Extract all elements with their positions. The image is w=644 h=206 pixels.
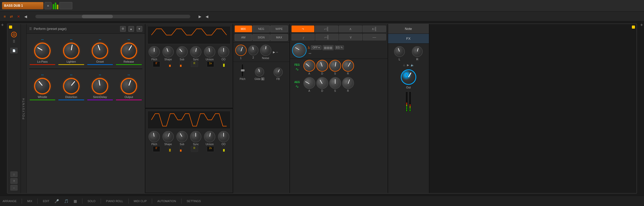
- osc2-r-val[interactable]: R: [191, 146, 198, 152]
- osc2-sync-knob[interactable]: [190, 131, 201, 142]
- filter-btn-3[interactable]: ∧: [339, 26, 362, 32]
- filter-btn-5[interactable]: ╭: [292, 34, 315, 40]
- grid-icon[interactable]: ⠿: [13, 39, 15, 44]
- add-track-right[interactable]: +: [639, 21, 644, 196]
- aeg-r-knob[interactable]: [342, 77, 354, 89]
- nav-left-btn[interactable]: ≡: [3, 14, 7, 19]
- fb-knob[interactable]: [273, 68, 283, 77]
- aeg-a-knob[interactable]: [303, 77, 315, 89]
- osc1-sub-knob[interactable]: [176, 46, 188, 57]
- lopass-knob[interactable]: [34, 43, 51, 59]
- osc2-shape-knob[interactable]: [162, 131, 174, 142]
- power-button[interactable]: ⏻: [11, 32, 17, 37]
- l-knob[interactable]: [394, 46, 405, 57]
- mixer-arrow-btn[interactable]: ▶ ↔: [273, 51, 279, 54]
- distortion-knob[interactable]: [63, 78, 80, 94]
- menu-btn[interactable]: ≡: [44, 2, 52, 9]
- out-knob[interactable]: [401, 69, 416, 85]
- osc2-bar3[interactable]: [223, 146, 225, 152]
- aeg-s-knob[interactable]: [329, 77, 341, 89]
- release-knob[interactable]: [121, 43, 137, 59]
- noise-knob[interactable]: [260, 45, 271, 56]
- osc1-bar2[interactable]: [180, 61, 182, 67]
- filter-btn-1[interactable]: ¬: [292, 26, 315, 32]
- osc1-bar3[interactable]: [223, 61, 225, 67]
- side-btn-3[interactable]: ↔: [10, 185, 18, 191]
- side-btn-2[interactable]: ⠿: [10, 178, 18, 184]
- osc1-pitch-knob[interactable]: [148, 46, 160, 57]
- mix-btn-max[interactable]: MAX: [270, 34, 288, 41]
- feg-s-knob[interactable]: [329, 60, 341, 72]
- aeg-d-knob[interactable]: [316, 77, 328, 89]
- osc2-pitch-knob[interactable]: [148, 131, 160, 142]
- play-right-btn[interactable]: ▶: [198, 14, 202, 19]
- feg-r-knob[interactable]: [342, 60, 354, 72]
- filter-btn-2[interactable]: ⌐╢: [315, 26, 338, 32]
- osc1-link-knob[interactable]: [218, 46, 229, 57]
- scroll-bar[interactable]: [35, 15, 190, 18]
- play-left-btn[interactable]: ◀: [23, 14, 28, 19]
- filter-btn-4[interactable]: ∧╢: [363, 26, 386, 32]
- perform-settings-btn[interactable]: ⚙: [120, 26, 126, 32]
- osc1-r-val[interactable]: R: [191, 61, 198, 67]
- bottom-grid-icon[interactable]: ▦: [74, 199, 77, 203]
- feg-a-knob[interactable]: [303, 60, 315, 72]
- sirendelay-knob[interactable]: [92, 78, 108, 94]
- mix-btn-am[interactable]: AM: [235, 34, 252, 41]
- lighten-knob[interactable]: [63, 43, 80, 59]
- perform-up-btn[interactable]: ▲: [128, 26, 134, 32]
- page-icon[interactable]: 📄: [10, 48, 18, 53]
- pin-icon[interactable]: ⊥: [403, 63, 405, 67]
- fx-btn[interactable]: FX: [388, 34, 429, 44]
- osc1-bar1[interactable]: [169, 61, 171, 67]
- bottom-settings[interactable]: SETTINGS: [187, 200, 201, 203]
- ch1-knob[interactable]: [235, 45, 247, 56]
- osc2-link-knob[interactable]: [218, 131, 229, 142]
- feg-d-knob[interactable]: [316, 60, 328, 72]
- whistle-knob[interactable]: [34, 78, 51, 94]
- osc1-sync-knob[interactable]: [190, 46, 201, 57]
- bottom-edit[interactable]: EDIT: [43, 200, 49, 203]
- osc2-bar1[interactable]: [169, 146, 171, 152]
- onset-knob[interactable]: [92, 43, 108, 59]
- filter-btn-6[interactable]: ⌐╢: [315, 34, 339, 40]
- glide-knob[interactable]: [255, 67, 264, 77]
- bottom-note-icon[interactable]: 🎵: [64, 199, 68, 203]
- output-perf-knob[interactable]: [121, 78, 137, 94]
- filter-btn-8[interactable]: —: [363, 34, 386, 40]
- mix-btn-mix[interactable]: MIX: [235, 26, 252, 32]
- osc2-bar2[interactable]: [180, 146, 182, 152]
- nav-shuffle-btn[interactable]: ⇄: [9, 14, 14, 19]
- osc1-shape-knob[interactable]: [162, 46, 174, 57]
- note-btn[interactable]: Note: [388, 24, 429, 34]
- wave-lambda-icon[interactable]: λ: [308, 46, 310, 50]
- bottom-automation[interactable]: AUTOMATION: [157, 200, 176, 203]
- filter-eg-btn[interactable]: EG ✎: [335, 45, 344, 50]
- mix-btn-sign[interactable]: SIGN: [253, 34, 270, 41]
- ch2-knob[interactable]: [248, 45, 258, 55]
- filter-off-btn[interactable]: OFF ▾: [311, 45, 322, 50]
- bottom-midiclip[interactable]: MIDI CLIP: [134, 200, 147, 203]
- osc1-unison-knob[interactable]: [204, 46, 215, 57]
- bottom-solo[interactable]: SOLO: [88, 200, 96, 203]
- bottom-mic-icon[interactable]: 🎤: [54, 199, 59, 203]
- mix-btn-neg[interactable]: NEG: [253, 26, 270, 32]
- osc2-octave-val[interactable]: 8': [153, 146, 160, 152]
- side-btn-1[interactable]: □: [10, 171, 18, 177]
- osc1-v-val[interactable]: 1v: [207, 61, 214, 67]
- mix-btn-wipe[interactable]: WIPE: [270, 26, 288, 32]
- filter-bars-btn[interactable]: ▦▦▦: [323, 45, 334, 50]
- filter-btn-7[interactable]: ∨: [339, 34, 362, 40]
- play-icon[interactable]: ▶: [407, 63, 409, 67]
- add-track-left[interactable]: +: [0, 21, 5, 196]
- pitch-slider[interactable]: [241, 64, 244, 77]
- osc2-sub-knob[interactable]: [176, 131, 188, 142]
- osc2-v-val[interactable]: 2v: [207, 146, 214, 152]
- nav-close-btn[interactable]: ✕: [16, 14, 21, 19]
- osc1-octave-val[interactable]: 8': [153, 61, 160, 67]
- perform-down-btn[interactable]: ▼: [137, 26, 142, 32]
- bottom-pianoroll[interactable]: PIANO ROLL: [106, 200, 123, 203]
- filter-cutoff-knob[interactable]: [292, 43, 307, 57]
- bottom-arrange[interactable]: ARRANGE: [3, 200, 17, 203]
- play-left2-btn[interactable]: ◀: [205, 14, 209, 19]
